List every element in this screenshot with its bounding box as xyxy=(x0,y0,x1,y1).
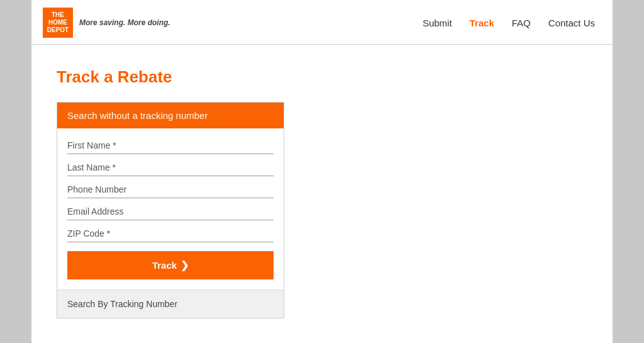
form-card: Search without a tracking number xyxy=(57,102,284,318)
track-button-label: Track xyxy=(152,260,177,271)
first-name-input[interactable] xyxy=(67,140,274,150)
nav-submit[interactable]: Submit xyxy=(423,18,452,28)
phone-input[interactable] xyxy=(67,184,274,194)
email-field[interactable] xyxy=(67,201,274,220)
track-button[interactable]: Track ❯ xyxy=(67,251,274,279)
nav-track[interactable]: Track xyxy=(470,18,494,28)
form-body: Track ❯ xyxy=(57,128,284,290)
header: THE HOME DEPOT More saving. More doing. … xyxy=(31,0,613,45)
nav-contact-us[interactable]: Contact Us xyxy=(548,18,595,28)
form-card-header: Search without a tracking number xyxy=(57,103,284,128)
zip-field[interactable] xyxy=(67,223,274,242)
page-wrapper: THE HOME DEPOT More saving. More doing. … xyxy=(31,0,613,343)
page-title: Track a Rebate xyxy=(57,67,587,87)
track-button-arrow: ❯ xyxy=(180,259,189,271)
email-input[interactable] xyxy=(67,206,274,216)
nav-faq[interactable]: FAQ xyxy=(512,18,531,28)
last-name-input[interactable] xyxy=(67,162,274,172)
phone-field[interactable] xyxy=(67,179,274,198)
logo-tagline: More saving. More doing. xyxy=(79,18,170,27)
search-by-tracking-number[interactable]: Search By Tracking Number xyxy=(57,290,284,318)
first-name-field[interactable] xyxy=(67,135,274,154)
main-content: Track a Rebate Search without a tracking… xyxy=(31,45,613,341)
main-nav: Submit Track FAQ Contact Us xyxy=(423,18,595,28)
home-depot-logo: THE HOME DEPOT xyxy=(43,8,73,38)
zip-input[interactable] xyxy=(67,228,274,239)
logo-area: THE HOME DEPOT More saving. More doing. xyxy=(43,8,170,38)
last-name-field[interactable] xyxy=(67,157,274,176)
